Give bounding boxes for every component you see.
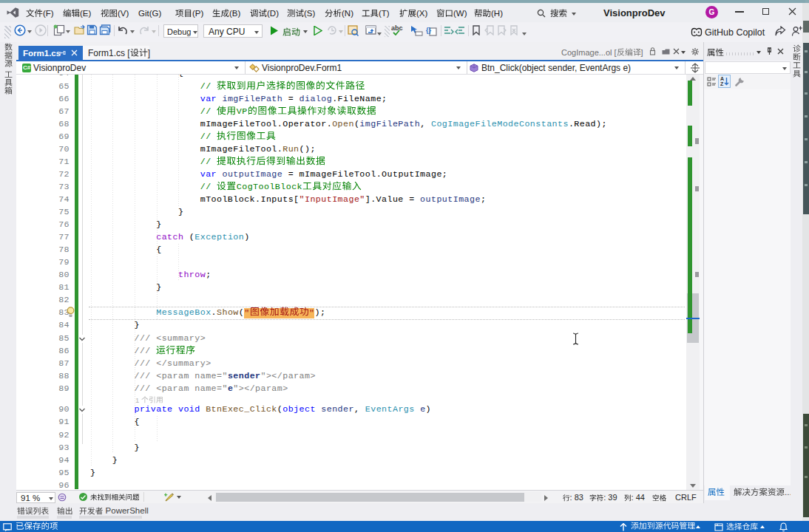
svg-text:Z: Z: [720, 81, 724, 86]
svg-text:{}: {}: [426, 27, 432, 34]
svg-text:A: A: [720, 76, 724, 81]
